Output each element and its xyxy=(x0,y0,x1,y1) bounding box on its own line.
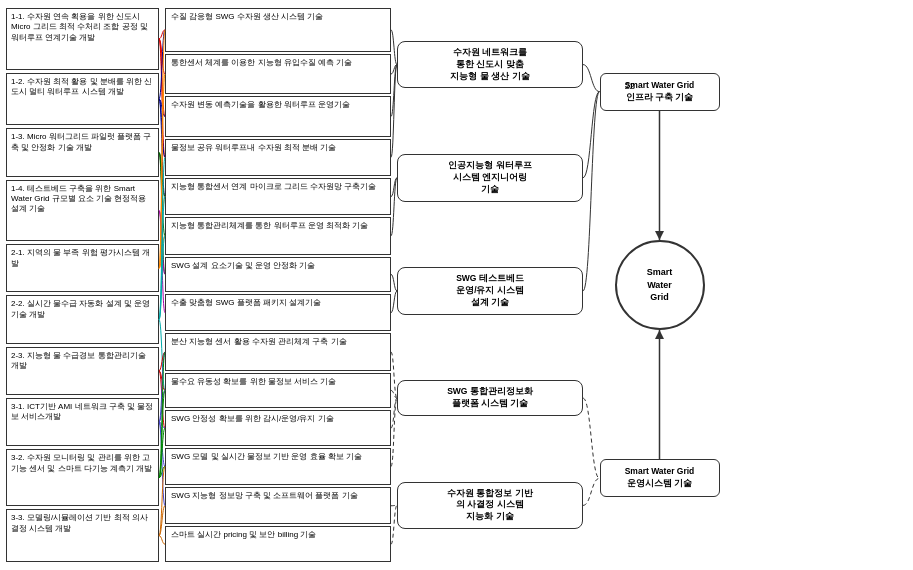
left-item-6: 2-2. 실시간 물수급 자동화 설계 및 운영 기술 개발 xyxy=(6,295,159,343)
far-right-column: 22 Smart Water Grid인프라 구축 기술 SmartWaterG… xyxy=(587,8,732,562)
left-item-2: 1-2. 수자원 최적 활용 및 분배를 위한 신도시 멀티 워터루프 시스템 … xyxy=(6,73,159,126)
mid-item-12: SWG 모델 및 실시간 물정보 기반 운영 효율 확보 기술 xyxy=(165,448,391,485)
mid-item-3: 수자원 변동 예측기술을 활용한 워터루프 운영기술 xyxy=(165,96,391,137)
badge-22: 22 xyxy=(625,80,635,93)
diagram-wrapper: 1-1. 수자원 연속 획용을 위한 신도시 Micro 그리드 최적 수처리 … xyxy=(0,0,913,570)
left-item-8: 3-1. ICT기반 AMI 네트워크 구축 및 물정보 서비스개발 xyxy=(6,398,159,446)
mid-item-14: 스마트 실시간 pricing 및 보안 billing 기술 xyxy=(165,526,391,562)
right-mid-item-5: 수자원 통합정보 기반의 사결정 시스템지능화 기술 xyxy=(397,482,583,530)
left-item-4: 1-4. 테스트베드 구축을 위한 Smart Water Grid 규모별 요… xyxy=(6,180,159,242)
mid-item-10: 물수요 유동성 확보를 위한 물정보 서비스 기술 xyxy=(165,373,391,409)
left-column: 1-1. 수자원 연속 획용을 위한 신도시 Micro 그리드 최적 수처리 … xyxy=(6,8,161,562)
mid-item-5: 지능형 통합센서 연계 마이크로 그리드 수자원망 구축기술 xyxy=(165,178,391,215)
mid-item-7: SWG 설계 요소기술 및 운영 안정화 기술 xyxy=(165,257,391,293)
middle-column: 수질 감응형 SWG 수자원 생산 시스템 기술 통한센서 체계를 이용한 지능… xyxy=(163,8,393,562)
right-mid-column: 수자원 네트워크를통한 신도시 맞춤지능형 물 생산 기술 인공지능형 워터루프… xyxy=(395,8,585,562)
mid-item-1: 수질 감응형 SWG 수자원 생산 시스템 기술 xyxy=(165,8,391,52)
left-item-3: 1-3. Micro 워터그리드 파일럿 플랫폼 구축 및 안정화 기술 개발 xyxy=(6,128,159,176)
left-item-10: 3-3. 모델링/시뮬레이션 기반 최적 의사 결정 시스템 개발 xyxy=(6,509,159,562)
mid-item-2: 통한센서 체계를 이용한 지능형 유입수질 예측 기술 xyxy=(165,54,391,95)
mid-item-13: SWG 지능형 정보망 구축 및 소프트웨어 플랫폼 기술 xyxy=(165,487,391,524)
right-mid-item-2: 인공지능형 워터루프시스템 엔지니어링기술 xyxy=(397,154,583,202)
cols-wrapper: 1-1. 수자원 연속 획용을 위한 신도시 Micro 그리드 최적 수처리 … xyxy=(0,0,913,570)
infra-box: 22 Smart Water Grid인프라 구축 기술 xyxy=(600,73,720,111)
ops-box: Smart Water Grid운영시스템 기술 xyxy=(600,459,720,497)
swg-circle: SmartWaterGrid xyxy=(615,240,705,330)
right-mid-item-4: SWG 통합관리정보화플랫폼 시스템 기술 xyxy=(397,380,583,416)
mid-item-9: 분산 지능형 센서 활용 수자원 관리체계 구축 기술 xyxy=(165,333,391,370)
mid-item-6: 지능형 통합관리체계를 통한 워터루프 운영 최적화 기술 xyxy=(165,217,391,254)
left-item-5: 2-1. 지역의 물 부족 위험 평가시스템 개발 xyxy=(6,244,159,292)
right-mid-item-3: SWG 테스트베드운영/유지 시스템설계 기술 xyxy=(397,267,583,315)
mid-item-4: 물정보 공유 워터루프내 수자원 최적 분배 기술 xyxy=(165,139,391,176)
left-item-9: 3-2. 수자원 모니터링 및 관리를 위한 고기능 센서 및 스마트 다기능 … xyxy=(6,449,159,506)
left-item-7: 2-3. 지능형 물 수급경보 통합관리기술 개발 xyxy=(6,347,159,395)
mid-item-8: 수출 맞춤형 SWG 플랫폼 패키지 설계기술 xyxy=(165,294,391,331)
mid-item-11: SWG 안정성 확보를 위한 감시/운영/유지 기술 xyxy=(165,410,391,446)
left-item-1: 1-1. 수자원 연속 획용을 위한 신도시 Micro 그리드 최적 수처리 … xyxy=(6,8,159,70)
right-mid-item-1: 수자원 네트워크를통한 신도시 맞춤지능형 물 생산 기술 xyxy=(397,41,583,89)
